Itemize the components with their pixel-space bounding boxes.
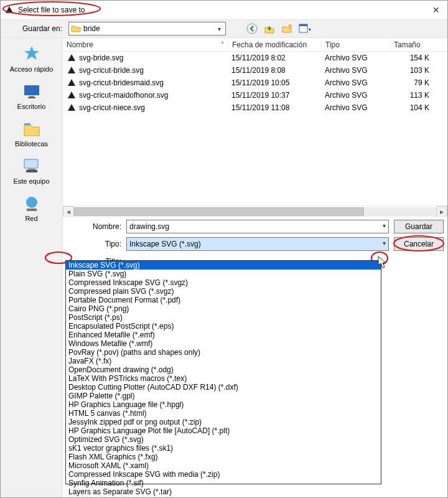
- type-option[interactable]: Desktop Cutting Plotter (AutoCAD DXF R14…: [66, 383, 381, 392]
- horizontal-scrollbar[interactable]: ◂ ▸: [63, 205, 447, 217]
- sort-asc-icon: ˄: [221, 41, 224, 48]
- type-option[interactable]: HTML 5 canvas (*.html): [66, 409, 381, 418]
- file-type: Archivo SVG: [321, 91, 390, 100]
- file-type: Archivo SVG: [321, 54, 390, 62]
- type-option[interactable]: Compressed Inkscape SVG with media (*.zi…: [66, 470, 381, 479]
- filename-value: drawing.svg: [129, 222, 169, 231]
- col-name[interactable]: Nombre˄: [63, 38, 228, 51]
- table-row[interactable]: svg-cricut-maidofhonor.svg15/11/2019 10:…: [63, 89, 447, 101]
- svg-rect-5: [24, 85, 39, 95]
- type-option[interactable]: Optimized SVG (*.svg): [66, 435, 381, 444]
- type-option[interactable]: HP Graphics Language Plot file [AutoCAD]…: [66, 426, 381, 435]
- scroll-right-icon[interactable]: ▸: [436, 206, 447, 217]
- filename-input[interactable]: drawing.svg ▾: [126, 220, 389, 233]
- star-icon: [22, 44, 42, 64]
- table-row[interactable]: svg-cricut-bridesmaid.svg15/11/2019 10:0…: [63, 77, 447, 89]
- svg-rect-8: [24, 123, 30, 125]
- type-option[interactable]: Flash XML Graphics (*.fxg): [66, 453, 381, 461]
- type-option[interactable]: Inkscape SVG (*.svg): [66, 261, 381, 270]
- close-button[interactable]: ✕: [429, 3, 444, 17]
- sidebar-item-label: Red: [25, 215, 37, 222]
- file-list[interactable]: Nombre˄ Fecha de modificación Tipo Tamañ…: [63, 38, 447, 217]
- col-date[interactable]: Fecha de modificación: [228, 38, 321, 51]
- file-name: svg-cricut-maidofhonor.svg: [79, 91, 168, 100]
- sidebar-item-desktop[interactable]: Escritorio: [7, 82, 57, 110]
- type-dropdown[interactable]: Inkscape SVG (*.svg)Plain SVG (*.svg)Com…: [65, 260, 381, 484]
- file-name: svg-cricut-niece.svg: [79, 103, 145, 112]
- libraries-icon: [22, 119, 42, 139]
- sidebar-item-label: Escritorio: [17, 103, 46, 110]
- sidebar-item-quick-access[interactable]: Acceso rápido: [7, 44, 57, 73]
- file-type: Archivo SVG: [321, 78, 390, 87]
- svg-rect-7: [28, 97, 35, 98]
- type-combo[interactable]: Inkscape SVG (*.svg) ▾: [126, 237, 389, 251]
- sidebar-item-libraries[interactable]: Bibliotecas: [7, 119, 57, 148]
- inkscape-file-icon: [67, 65, 77, 75]
- type-option[interactable]: Cairo PNG (*.png): [66, 304, 381, 313]
- type-option[interactable]: Microsoft XAML (*.xaml): [66, 461, 381, 470]
- svg-rect-3: [299, 24, 307, 26]
- file-name: svg-cricut-bride.svg: [79, 66, 144, 75]
- svg-point-12: [26, 197, 37, 208]
- scroll-left-icon[interactable]: ◂: [63, 206, 74, 217]
- chevron-down-icon: ▾: [383, 240, 386, 247]
- table-row[interactable]: svg-bride.svg15/11/2019 8:02Archivo SVG1…: [63, 52, 447, 64]
- type-option[interactable]: LaTeX With PSTricks macros (*.tex): [66, 374, 381, 383]
- view-menu-icon[interactable]: ▾: [298, 22, 310, 35]
- type-option[interactable]: sK1 vector graphics files (*.sk1): [66, 444, 381, 453]
- inkscape-file-icon: [67, 78, 77, 88]
- type-option[interactable]: Synfig Animation (*.sif): [66, 479, 381, 487]
- up-folder-icon[interactable]: [263, 22, 276, 35]
- svg-rect-9: [24, 159, 38, 168]
- type-option[interactable]: Enhanced Metafile (*.emf): [66, 331, 381, 339]
- toolbar: Guardar en: bride ▾ ▾: [1, 19, 447, 38]
- file-name: svg-cricut-bridesmaid.svg: [79, 78, 164, 87]
- file-name: svg-bride.svg: [79, 54, 123, 62]
- scroll-thumb[interactable]: [74, 207, 364, 216]
- type-option[interactable]: Compressed Inkscape SVG (*.svgz): [66, 278, 381, 287]
- sidebar-item-label: Bibliotecas: [15, 140, 48, 148]
- sidebar-item-network[interactable]: Red: [7, 194, 57, 222]
- column-headers[interactable]: Nombre˄ Fecha de modificación Tipo Tamañ…: [63, 38, 447, 52]
- type-option[interactable]: Plain SVG (*.svg): [66, 270, 381, 278]
- type-option[interactable]: PostScript (*.ps): [66, 313, 381, 322]
- type-option[interactable]: HP Graphics Language file (*.hpgl): [66, 400, 381, 409]
- cursor-icon: [378, 256, 388, 270]
- svg-point-1: [288, 24, 292, 28]
- folder-icon: [71, 24, 81, 34]
- back-icon[interactable]: [246, 22, 258, 35]
- type-option[interactable]: Windows Metafile (*.wmf): [66, 339, 381, 348]
- scroll-track[interactable]: [74, 207, 436, 216]
- cancel-button[interactable]: Cancelar: [394, 237, 444, 251]
- type-option[interactable]: Layers as Separate SVG (*.tar): [66, 487, 381, 496]
- sidebar-item-label: Acceso rápido: [10, 65, 54, 73]
- sidebar-item-label: Este equipo: [13, 177, 49, 185]
- table-row[interactable]: svg-cricut-bride.svg15/11/2019 8:08Archi…: [63, 64, 447, 77]
- table-row[interactable]: svg-cricut-niece.svg15/11/2019 11:08Arch…: [63, 101, 447, 114]
- sidebar-item-this-pc[interactable]: Este equipo: [7, 156, 57, 185]
- filename-label: Nombre:: [64, 222, 126, 231]
- titlebar: Select file to save to ✕: [1, 1, 447, 19]
- type-option[interactable]: JavaFX (*.fx): [66, 357, 381, 365]
- app-icon: [4, 5, 14, 15]
- type-option[interactable]: OpenDocument drawing (*.odg): [66, 365, 381, 374]
- type-option[interactable]: PovRay (*.pov) (paths and shapes only): [66, 348, 381, 357]
- new-folder-icon[interactable]: [281, 22, 293, 35]
- file-type: Archivo SVG: [321, 66, 390, 75]
- location-combo[interactable]: bride ▾: [68, 22, 226, 35]
- save-button[interactable]: Guardar: [394, 220, 444, 233]
- type-value: Inkscape SVG (*.svg): [129, 240, 201, 248]
- type-option[interactable]: JessyInk zipped pdf or png output (*.zip…: [66, 418, 381, 426]
- location-combo-value: bride: [83, 24, 100, 33]
- col-size[interactable]: Tamaño: [390, 38, 433, 51]
- type-option[interactable]: Compressed plain SVG (*.svgz): [66, 287, 381, 296]
- svg-rect-10: [28, 169, 35, 170]
- inkscape-file-icon: [67, 53, 77, 63]
- file-type: Archivo SVG: [321, 103, 390, 112]
- type-option[interactable]: GIMP Palette (*.gpl): [66, 392, 381, 400]
- type-option[interactable]: Portable Document Format (*.pdf): [66, 296, 381, 304]
- col-type[interactable]: Tipo: [321, 38, 390, 51]
- save-dialog: Select file to save to ✕ Guardar en: bri…: [0, 0, 448, 498]
- type-option[interactable]: Encapsulated PostScript (*.eps): [66, 322, 381, 331]
- svg-marker-19: [378, 256, 386, 268]
